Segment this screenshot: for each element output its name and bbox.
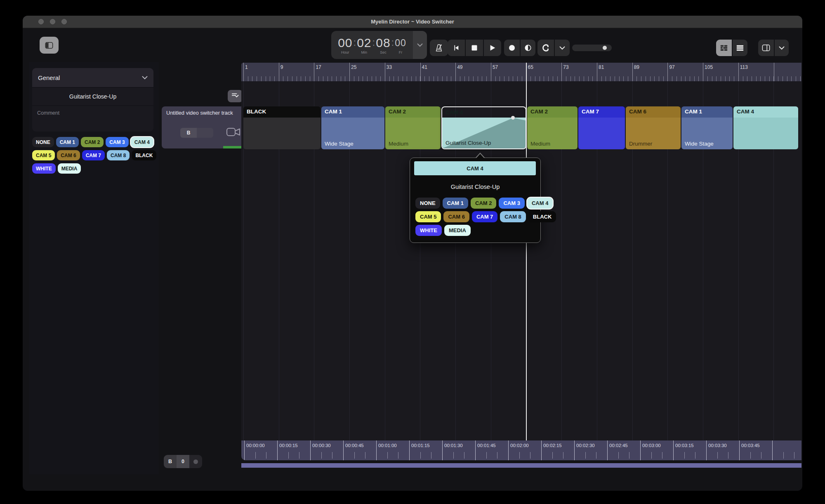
timecode-minutes: 02: [357, 36, 371, 50]
source-button-cam-1[interactable]: CAM 1: [443, 198, 468, 209]
source-button-media[interactable]: MEDIA: [58, 163, 81, 174]
source-button-white[interactable]: WHITE: [32, 163, 56, 174]
source-button-none[interactable]: NONE: [32, 137, 54, 147]
timecode-display[interactable]: 00Hour : 02Min : 08Sec : 00Fr: [331, 31, 427, 59]
popup-event-name[interactable]: Guitarist Close-Up: [410, 184, 540, 190]
event-list-icon: [231, 92, 239, 100]
metronome-button[interactable]: [430, 40, 448, 56]
clip-body: [733, 118, 798, 149]
source-button-row: WHITEMEDIA: [415, 225, 556, 236]
clip-cam-2[interactable]: CAM 2Medium: [527, 106, 578, 149]
source-button-cam-5[interactable]: CAM 5: [32, 150, 55, 160]
view-mode-grid-button[interactable]: [716, 40, 732, 56]
mode-dot-button[interactable]: [189, 455, 202, 468]
source-button-cam-6[interactable]: CAM 6: [57, 150, 80, 160]
source-button-cam-6[interactable]: CAM 6: [443, 211, 469, 222]
event-name-field[interactable]: Guitarist Close-Up: [32, 88, 153, 105]
source-button-cam-3[interactable]: CAM 3: [106, 137, 128, 147]
go-to-start-button[interactable]: [448, 40, 465, 56]
bar-number-label: 65: [528, 64, 533, 70]
source-button-row: NONECAM 1CAM 2CAM 3CAM 4: [415, 198, 556, 209]
source-button-black[interactable]: BLACK: [528, 211, 556, 222]
clip-cam-2[interactable]: CAM 2Medium: [385, 106, 441, 149]
bar-number-label: 97: [669, 64, 674, 70]
source-button-none[interactable]: NONE: [415, 198, 440, 209]
bar-number-label: 73: [563, 64, 568, 70]
mode-0-button[interactable]: 0: [177, 455, 189, 468]
clip-cam-4[interactable]: CAM 4: [733, 106, 798, 149]
clip-cam-1[interactable]: CAM 1Wide Stage: [681, 106, 733, 149]
track-mode-control[interactable]: B: [180, 128, 213, 138]
stop-button[interactable]: [466, 40, 483, 56]
source-button-cam-7[interactable]: CAM 7: [472, 211, 497, 222]
source-button-cam-2[interactable]: CAM 2: [471, 198, 496, 209]
source-button-cam-1[interactable]: CAM 1: [56, 137, 79, 147]
inspector-section-general[interactable]: General: [32, 68, 153, 87]
toggle-right-panel-button[interactable]: [758, 40, 774, 56]
clip-sublabel: Drummer: [629, 141, 652, 147]
clip-label: CAM 6: [626, 106, 681, 118]
cycle-options-chevron[interactable]: [555, 40, 570, 56]
source-button-media[interactable]: MEDIA: [444, 225, 471, 236]
source-button-black[interactable]: BLACK: [132, 150, 156, 160]
view-mode-list-button[interactable]: [733, 40, 747, 56]
clip-label: CAM 4: [442, 107, 526, 118]
clip-cam-1[interactable]: CAM 1Wide Stage: [321, 106, 384, 149]
inspector-panel: General Guitarist Close-Up Comment NONEC…: [29, 62, 159, 474]
time-ruler-minor-ticks: [241, 452, 801, 459]
time-ruler-major-tick: [640, 440, 641, 460]
time-label: 00:00:00: [246, 443, 265, 448]
bar-ruler[interactable]: 191725334149576573818997105113: [241, 63, 801, 81]
horizontal-scrollbar[interactable]: [241, 463, 801, 468]
record-button[interactable]: [504, 40, 520, 56]
play-icon: [489, 44, 496, 52]
source-button-cam-7[interactable]: CAM 7: [82, 150, 105, 160]
source-button-cam-8[interactable]: CAM 8: [500, 211, 526, 222]
bar-ruler-major-tick: [667, 63, 668, 81]
source-button-row: NONECAM 1CAM 2CAM 3CAM 4: [32, 137, 156, 147]
automation-view-button[interactable]: [228, 90, 243, 102]
right-panel-chevron[interactable]: [775, 40, 789, 56]
source-button-row: CAM 5CAM 6CAM 7CAM 8BLACK: [32, 150, 156, 160]
timecode-frames: 00: [395, 36, 406, 50]
timeline-display-mode-control: B 0: [164, 455, 202, 468]
popup-source-grid: NONECAM 1CAM 2CAM 3CAM 4CAM 5CAM 6CAM 7C…: [415, 198, 556, 238]
clip-cam-4[interactable]: CAM 4Guitarist Close-Up: [441, 106, 526, 149]
track-header[interactable]: Untitled video switcher track B: [162, 106, 245, 148]
track-mode-empty-segment[interactable]: [197, 128, 213, 138]
source-button-white[interactable]: WHITE: [415, 225, 442, 236]
timecode-options-chevron[interactable]: [413, 31, 427, 59]
cycle-mode-button[interactable]: [537, 40, 554, 56]
clip-black[interactable]: BLACK: [243, 106, 321, 149]
playhead[interactable]: [526, 63, 527, 440]
source-button-cam-2[interactable]: CAM 2: [81, 137, 104, 147]
crossfade-button[interactable]: [521, 40, 535, 56]
chevron-down-icon: [779, 46, 785, 50]
time-ruler[interactable]: 00:00:0000:00:1500:00:3000:00:4500:01:00…: [241, 440, 801, 460]
time-ruler-major-tick: [376, 440, 377, 460]
clip-editor-popup: CAM 4 Guitarist Close-Up NONECAM 1CAM 2C…: [410, 158, 541, 243]
time-ruler-major-tick: [706, 440, 707, 460]
clip-sublabel: Wide Stage: [685, 141, 714, 147]
toggle-inspector-button[interactable]: [40, 37, 59, 54]
panel-left-icon: [45, 41, 54, 49]
clip-label: CAM 7: [578, 106, 625, 118]
mode-b-button[interactable]: B: [164, 455, 177, 468]
zoom-slider[interactable]: [572, 45, 612, 51]
source-button-cam-3[interactable]: CAM 3: [499, 198, 524, 209]
comment-field[interactable]: Comment: [32, 106, 153, 132]
source-button-cam-8[interactable]: CAM 8: [107, 150, 130, 160]
source-button-cam-5[interactable]: CAM 5: [415, 211, 441, 222]
source-button-cam-4[interactable]: CAM 4: [131, 137, 153, 147]
clip-cam-6[interactable]: CAM 6Drummer: [626, 106, 681, 149]
zoom-slider-knob[interactable]: [603, 46, 607, 50]
time-label: 00:02:15: [543, 443, 562, 448]
screenshot-root: Myelin Director ~ Video Switcher 00Hour …: [0, 0, 825, 504]
source-button-cam-4[interactable]: CAM 4: [527, 198, 553, 209]
bar-ruler-major-tick: [491, 63, 491, 81]
bar-ruler-major-tick: [455, 63, 456, 81]
time-label: 00:00:30: [312, 443, 331, 448]
play-button[interactable]: [484, 40, 501, 56]
clip-cam-7[interactable]: CAM 7: [578, 106, 625, 149]
track-mode-b-button[interactable]: B: [180, 128, 197, 138]
